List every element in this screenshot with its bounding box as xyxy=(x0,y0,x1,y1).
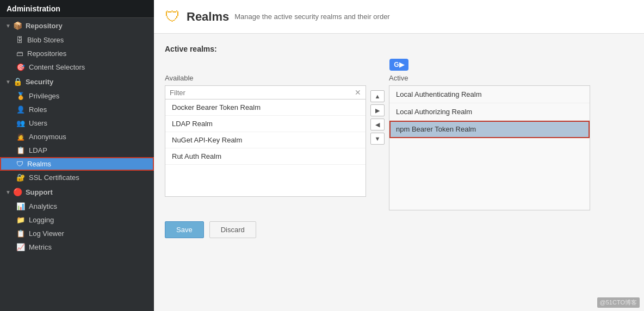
content-selectors-icon: 🎯 xyxy=(16,63,25,71)
move-right-button[interactable]: ▶ xyxy=(370,104,385,116)
sidebar-item-users[interactable]: 👥 Users xyxy=(0,116,154,130)
logging-icon: 📁 xyxy=(16,216,25,224)
sidebar-item-log-viewer[interactable]: 📋 Log Viewer xyxy=(0,227,154,240)
ssl-label: SSL Certificates xyxy=(29,173,79,182)
sidebar-section-repository[interactable]: ▼ 📦 Repository xyxy=(0,18,154,33)
sidebar-item-roles[interactable]: 👤 Roles xyxy=(0,103,154,116)
filter-input[interactable] xyxy=(170,89,355,97)
button-row: Save Discard xyxy=(165,221,633,238)
chevron-icon: ▼ xyxy=(5,23,11,29)
sidebar: Administration ▼ 📦 Repository 🗄 Blob Sto… xyxy=(0,0,154,311)
content-selectors-label: Content Selectors xyxy=(29,63,85,71)
app-title: Administration xyxy=(0,0,154,18)
move-left-button[interactable]: ◀ xyxy=(370,119,385,130)
repositories-icon: 🗃 xyxy=(16,49,23,58)
blob-stores-label: Blob Stores xyxy=(27,36,64,44)
roles-icon: 👤 xyxy=(16,105,25,114)
sidebar-item-realms[interactable]: 🛡 Realms xyxy=(0,157,154,171)
page-subtitle: Manage the active security realms and th… xyxy=(234,13,389,21)
sidebar-item-repositories[interactable]: 🗃 Repositories xyxy=(0,47,154,60)
arrow-controls: ▲ ▶ ◀ ▼ xyxy=(366,90,389,145)
support-chevron-icon: ▼ xyxy=(5,189,11,195)
ssl-icon: 🔐 xyxy=(16,173,25,182)
sidebar-item-logging[interactable]: 📁 Logging xyxy=(0,213,154,227)
sidebar-item-blob-stores[interactable]: 🗄 Blob Stores xyxy=(0,33,154,47)
log-viewer-label: Log Viewer xyxy=(29,229,64,238)
blob-stores-icon: 🗄 xyxy=(16,36,23,44)
sidebar-section-security[interactable]: ▼ 🔒 Security xyxy=(0,74,154,89)
sidebar-item-analytics[interactable]: 📊 Analytics xyxy=(0,200,154,213)
move-down-button[interactable]: ▼ xyxy=(370,133,385,145)
available-panel: Available ✕ Docker Bearer Token Realm LD… xyxy=(165,74,366,197)
ldap-icon: 📋 xyxy=(16,146,25,154)
repository-section-label: Repository xyxy=(26,22,63,30)
realms-icon: 🛡 xyxy=(16,160,23,168)
analytics-label: Analytics xyxy=(29,202,57,210)
list-item[interactable]: npm Bearer Token Realm xyxy=(389,121,590,138)
list-item[interactable]: LDAP Realm xyxy=(165,116,366,132)
sidebar-item-privileges[interactable]: 🏅 Privileges xyxy=(0,89,154,103)
realms-layout: Available ✕ Docker Bearer Token Realm LD… xyxy=(165,74,633,210)
sidebar-item-ssl-certificates[interactable]: 🔐 SSL Certificates xyxy=(0,171,154,184)
page-title: Realms xyxy=(187,10,229,24)
repositories-label: Repositories xyxy=(27,49,66,58)
list-item[interactable]: NuGet API-Key Realm xyxy=(165,132,366,148)
sidebar-item-anonymous[interactable]: 🙍 Anonymous xyxy=(0,130,154,144)
list-item[interactable]: Rut Auth Realm xyxy=(165,148,366,165)
anonymous-icon: 🙍 xyxy=(16,133,25,141)
roles-label: Roles xyxy=(29,105,47,114)
move-up-button[interactable]: ▲ xyxy=(370,90,385,102)
page-header-icon: 🛡 xyxy=(165,8,180,26)
filter-box: ✕ xyxy=(165,85,366,99)
active-realms-label: Active realms: xyxy=(165,45,633,53)
watermark: @51CTO博客 xyxy=(597,297,640,308)
translate-btn-area: G▶ xyxy=(165,59,633,71)
main-content: 🛡 Realms Manage the active security real… xyxy=(154,0,644,311)
anonymous-label: Anonymous xyxy=(29,133,66,141)
active-panel: Active Local Authenticating Realm Local … xyxy=(389,74,590,210)
sidebar-section-support[interactable]: ▼ 🔴 Support xyxy=(0,184,154,200)
list-item[interactable]: Docker Bearer Token Realm xyxy=(165,99,366,116)
security-section-icon: 🔒 xyxy=(13,77,22,86)
privileges-label: Privileges xyxy=(29,92,59,100)
list-item[interactable]: Local Authorizing Realm xyxy=(389,103,590,121)
page-body: Active realms: G▶ Available ✕ Docker Bea… xyxy=(154,34,644,311)
metrics-label: Metrics xyxy=(29,243,52,251)
logging-label: Logging xyxy=(29,216,54,224)
active-realm-list: Local Authenticating Realm Local Authori… xyxy=(389,85,590,210)
ldap-label: LDAP xyxy=(29,146,47,154)
available-label: Available xyxy=(165,74,366,82)
support-section-label: Support xyxy=(26,188,53,196)
privileges-icon: 🏅 xyxy=(16,92,25,100)
users-label: Users xyxy=(29,119,47,127)
active-label: Active xyxy=(389,74,590,82)
support-section-icon: 🔴 xyxy=(13,188,22,196)
security-chevron-icon: ▼ xyxy=(5,79,11,85)
security-section-label: Security xyxy=(26,78,53,86)
sidebar-item-content-selectors[interactable]: 🎯 Content Selectors xyxy=(0,60,154,74)
analytics-icon: 📊 xyxy=(16,202,25,210)
sidebar-item-ldap[interactable]: 📋 LDAP xyxy=(0,144,154,157)
repository-section-icon: 📦 xyxy=(13,21,22,30)
filter-clear-icon[interactable]: ✕ xyxy=(355,88,361,97)
metrics-icon: 📈 xyxy=(16,243,25,251)
log-viewer-icon: 📋 xyxy=(16,229,25,238)
list-item[interactable]: Local Authenticating Realm xyxy=(389,86,590,103)
google-translate-button[interactable]: G▶ xyxy=(389,59,408,71)
users-icon: 👥 xyxy=(16,119,25,127)
realms-label: Realms xyxy=(27,160,51,168)
save-button[interactable]: Save xyxy=(165,221,204,238)
discard-button[interactable]: Discard xyxy=(209,221,256,238)
sidebar-item-metrics[interactable]: 📈 Metrics xyxy=(0,240,154,254)
available-realm-list: Docker Bearer Token Realm LDAP Realm NuG… xyxy=(165,99,366,197)
page-header: 🛡 Realms Manage the active security real… xyxy=(154,0,644,34)
